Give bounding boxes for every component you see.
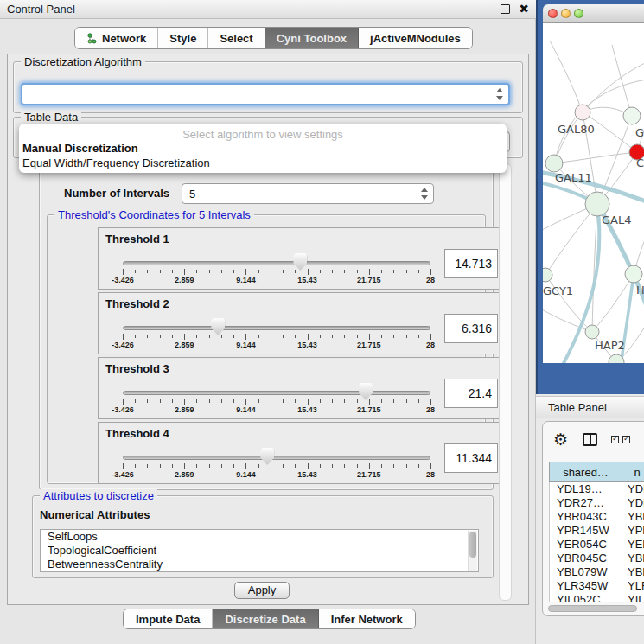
close-icon[interactable]: ✖ bbox=[519, 4, 529, 14]
network-edge[interactable] bbox=[550, 41, 583, 112]
tick-label: 9.144 bbox=[236, 405, 256, 414]
network-edge-highlighted[interactable] bbox=[562, 204, 599, 363]
table-panel-title: Table Panel bbox=[548, 401, 607, 414]
table-row[interactable]: YBR043CYBR0 bbox=[550, 510, 644, 524]
network-canvas[interactable]: GAL80GCGAL11GAL4GCY1HHAP2 bbox=[543, 23, 644, 363]
combo-arrows-icon bbox=[494, 87, 505, 101]
threshold-slider-handle[interactable] bbox=[211, 318, 225, 335]
table-row[interactable]: YPR145WYPR1 bbox=[550, 524, 644, 538]
threshold-value-field[interactable]: 6.316 bbox=[444, 314, 498, 343]
checkbox-icon[interactable] bbox=[622, 436, 630, 443]
column-header-shared[interactable]: shared… bbox=[550, 462, 622, 481]
table-row[interactable]: YIL052CYIL0 bbox=[550, 593, 644, 602]
tick-mark bbox=[320, 335, 321, 338]
tick-mark bbox=[381, 270, 382, 273]
threshold-slider-handle[interactable] bbox=[293, 253, 307, 271]
tab-infer-network[interactable]: Infer Network bbox=[319, 609, 415, 628]
column-header-name[interactable]: n bbox=[622, 462, 644, 481]
cell-shared-name: YLR345W bbox=[550, 579, 622, 593]
tick-mark bbox=[172, 399, 173, 403]
control-panel: Control Panel ✖ NetworkStyleSelectCyni T… bbox=[0, 0, 536, 644]
network-node[interactable] bbox=[585, 325, 599, 339]
gear-icon[interactable]: ⚙ bbox=[553, 430, 568, 450]
tick-mark bbox=[393, 399, 394, 403]
network-node[interactable] bbox=[543, 268, 552, 282]
node-label: G bbox=[635, 126, 644, 139]
algorithm-combobox[interactable] bbox=[21, 83, 510, 105]
popup-item[interactable]: Equal Width/Frequency Discretization bbox=[19, 156, 507, 170]
node-label: GCY1 bbox=[543, 284, 573, 297]
minimize-traffic-light-icon[interactable] bbox=[561, 9, 571, 18]
network-icon bbox=[86, 33, 98, 44]
network-edge[interactable] bbox=[545, 275, 592, 332]
close-traffic-light-icon[interactable] bbox=[548, 9, 558, 18]
network-edge[interactable] bbox=[545, 204, 597, 275]
tick-mark bbox=[295, 399, 296, 403]
table-row[interactable]: YER054CYER0 bbox=[550, 538, 644, 552]
attribute-list-item[interactable]: BetweennessCentrality bbox=[41, 558, 478, 571]
threshold-slider-track[interactable] bbox=[123, 391, 430, 395]
tab-impute-data[interactable]: Impute Data bbox=[124, 609, 213, 628]
attribute-list-item[interactable]: SelfLoops bbox=[41, 530, 478, 544]
threshold-panel-4: Threshold 4-3.4262.8599.14415.4321.71528… bbox=[98, 422, 507, 484]
threshold-slider-track[interactable] bbox=[123, 456, 430, 460]
network-node[interactable] bbox=[625, 265, 642, 283]
attribute-list-item[interactable]: TopologicalCoefficient bbox=[41, 544, 478, 558]
tick-mark bbox=[258, 335, 259, 338]
tab-cyni-toolbox[interactable]: Cyni Toolbox bbox=[265, 28, 359, 48]
tick-mark bbox=[430, 269, 431, 275]
table-body: YDL19…YDL1YDR27…YDR2YBR043CYBR0YPR145WYP… bbox=[549, 482, 644, 602]
numerical-attributes-list[interactable]: SelfLoopsTopologicalCoefficientBetweenne… bbox=[40, 529, 479, 572]
tick-mark bbox=[147, 399, 148, 403]
threshold-slider-track[interactable] bbox=[123, 261, 430, 265]
network-edge[interactable] bbox=[583, 62, 644, 112]
threshold-slider-handle[interactable] bbox=[260, 448, 274, 465]
tab-discretize-data[interactable]: Discretize Data bbox=[213, 609, 318, 628]
apply-button[interactable]: Apply bbox=[234, 582, 290, 599]
tab-select[interactable]: Select bbox=[208, 28, 265, 48]
threshold-value-field[interactable]: 11.344 bbox=[444, 443, 498, 473]
network-edge[interactable] bbox=[612, 45, 632, 116]
network-node[interactable] bbox=[545, 155, 563, 172]
table-row[interactable]: YBL079WYBL0 bbox=[550, 565, 644, 579]
tab-network[interactable]: Network bbox=[75, 28, 158, 48]
tick-label: 2.859 bbox=[175, 470, 194, 479]
tick-label: 2.859 bbox=[175, 276, 194, 284]
table-hscrollbar-thumb[interactable] bbox=[548, 605, 637, 612]
table-row[interactable]: YDR27…YDR2 bbox=[550, 496, 644, 510]
table-header-row: shared… n bbox=[549, 462, 644, 482]
tick-mark bbox=[123, 463, 124, 469]
number-of-intervals-combobox[interactable]: 5 bbox=[182, 183, 434, 204]
threshold-slider-track[interactable] bbox=[123, 326, 430, 330]
tab-style[interactable]: Style bbox=[158, 28, 208, 48]
popup-item[interactable]: Manual Discretization bbox=[19, 141, 507, 156]
tab-label: Impute Data bbox=[136, 613, 200, 626]
table-row[interactable]: YDL19…YDL1 bbox=[550, 482, 644, 496]
table-row[interactable]: YLR345WYLR3 bbox=[550, 579, 644, 593]
tick-mark bbox=[233, 464, 234, 468]
tick-mark bbox=[271, 335, 271, 338]
tick-mark bbox=[196, 335, 197, 338]
network-node[interactable] bbox=[623, 107, 641, 124]
threshold-value-field[interactable]: 14.713 bbox=[444, 249, 498, 278]
threshold-value-field[interactable]: 21.4 bbox=[444, 379, 498, 408]
zoom-traffic-light-icon[interactable] bbox=[574, 9, 583, 18]
network-node[interactable] bbox=[585, 192, 609, 216]
tick-mark bbox=[221, 464, 222, 468]
tick-mark bbox=[308, 399, 309, 405]
numerical-attributes-label: Numerical Attributes bbox=[40, 508, 150, 521]
checkbox-icon[interactable] bbox=[611, 436, 619, 443]
float-window-icon[interactable] bbox=[501, 4, 510, 14]
threshold-slider-handle[interactable] bbox=[359, 383, 373, 400]
columns-icon[interactable] bbox=[583, 433, 597, 446]
table-row[interactable]: YBR045CYBR0 bbox=[550, 552, 644, 565]
network-node[interactable] bbox=[575, 105, 590, 120]
main-scrollbar-track[interactable] bbox=[499, 163, 512, 601]
tab-jactivemnodules[interactable]: jActiveMNodules bbox=[359, 28, 472, 48]
table-panel-titlebar: Table Panel bbox=[536, 396, 644, 418]
attributes-scrollbar[interactable] bbox=[468, 531, 477, 572]
network-edge[interactable] bbox=[554, 152, 637, 163]
tick-mark bbox=[332, 399, 333, 403]
popup-item-list: Manual DiscretizationEqual Width/Frequen… bbox=[19, 141, 507, 170]
table-hscrollbar[interactable] bbox=[548, 605, 644, 612]
